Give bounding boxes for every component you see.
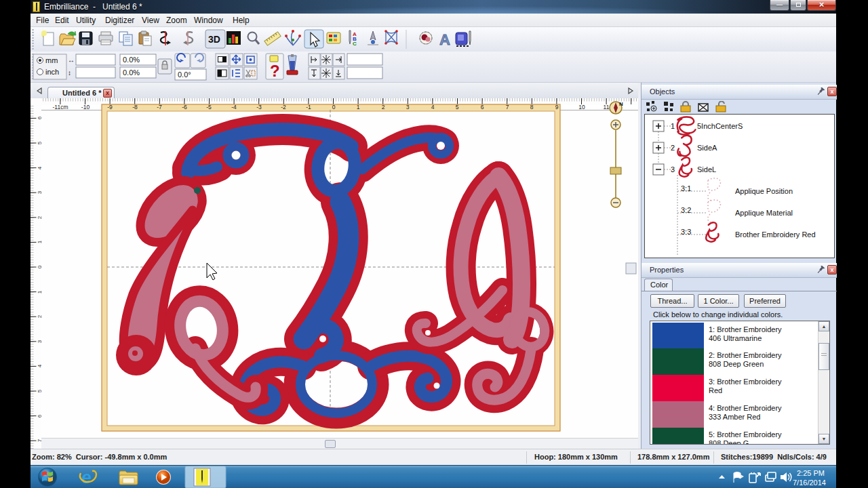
svg-text:2:25 PM: 2:25 PM (797, 469, 825, 477)
svg-text:-5: -5 (206, 104, 212, 110)
svg-text:-4: -4 (231, 104, 237, 110)
svg-text:2: 2 (382, 104, 385, 110)
svg-text:0.0°: 0.0° (178, 70, 191, 79)
svg-text:0: 0 (37, 265, 43, 268)
svg-text:-11cm: -11cm (53, 104, 68, 110)
svg-text:4: 4 (37, 364, 43, 367)
svg-text:3D: 3D (208, 34, 220, 45)
svg-text:10: 10 (578, 104, 585, 110)
svg-text:0.0%: 0.0% (123, 56, 140, 64)
svg-text:1: 1 (37, 290, 43, 293)
svg-text:0.0%: 0.0% (123, 68, 140, 77)
svg-text:1: 1 (671, 122, 675, 130)
svg-text:3: 3 (406, 104, 410, 110)
svg-text:5InchCenterS: 5InchCenterS (697, 122, 743, 130)
svg-text:-2: -2 (281, 104, 286, 110)
svg-text:N: N (619, 101, 623, 107)
svg-text:↔: ↔ (68, 56, 75, 64)
svg-text:3:2: 3:2 (681, 206, 691, 214)
svg-text:3: 3 (671, 165, 675, 174)
svg-text:3: 3 (37, 190, 43, 194)
svg-text:-10: -10 (81, 104, 90, 110)
svg-text:?: ? (270, 62, 280, 80)
svg-text:3: 3 (37, 340, 43, 343)
svg-text:3:3: 3:3 (681, 228, 691, 236)
svg-text:1: 1 (357, 104, 360, 110)
svg-text:7: 7 (506, 104, 509, 110)
svg-text:6: 6 (37, 414, 43, 418)
svg-text:0: 0 (332, 104, 336, 110)
svg-text:C: C (353, 41, 357, 47)
svg-text:↕: ↕ (68, 69, 71, 77)
svg-text:e: e (81, 467, 91, 487)
svg-text:-7: -7 (157, 104, 162, 110)
svg-text:4: 4 (431, 104, 435, 110)
svg-text:6: 6 (481, 104, 484, 110)
svg-text:9: 9 (555, 104, 559, 110)
svg-text:inch: inch (45, 68, 59, 76)
svg-text:Applique Material: Applique Material (735, 209, 793, 217)
svg-text:7: 7 (37, 439, 43, 442)
svg-text:-1: -1 (306, 104, 311, 110)
svg-text:Applique Position: Applique Position (735, 187, 793, 195)
svg-text:6: 6 (37, 116, 43, 119)
svg-text:5: 5 (37, 141, 43, 144)
svg-text:2: 2 (37, 314, 43, 318)
svg-text:1: 1 (37, 240, 43, 243)
svg-text:A: A (439, 31, 450, 48)
svg-text:-3: -3 (256, 104, 262, 110)
svg-text:-6: -6 (182, 104, 187, 110)
svg-text:5: 5 (456, 104, 459, 110)
svg-text:11: 11 (604, 104, 610, 110)
svg-text:2: 2 (37, 216, 43, 219)
svg-text:3:1: 3:1 (681, 184, 691, 192)
svg-text:-9: -9 (107, 104, 113, 110)
svg-text:7/16/2014: 7/16/2014 (793, 479, 826, 487)
svg-text:8: 8 (530, 104, 534, 110)
svg-text:4: 4 (37, 166, 43, 169)
svg-text:5: 5 (37, 389, 43, 392)
svg-text:SideL: SideL (697, 165, 716, 174)
svg-text:Brother Embroidery Red: Brother Embroidery Red (735, 230, 816, 239)
svg-text:mm: mm (45, 56, 58, 64)
svg-text:-8: -8 (132, 104, 138, 110)
svg-text:2: 2 (671, 144, 675, 152)
svg-text:SideA: SideA (697, 144, 717, 152)
